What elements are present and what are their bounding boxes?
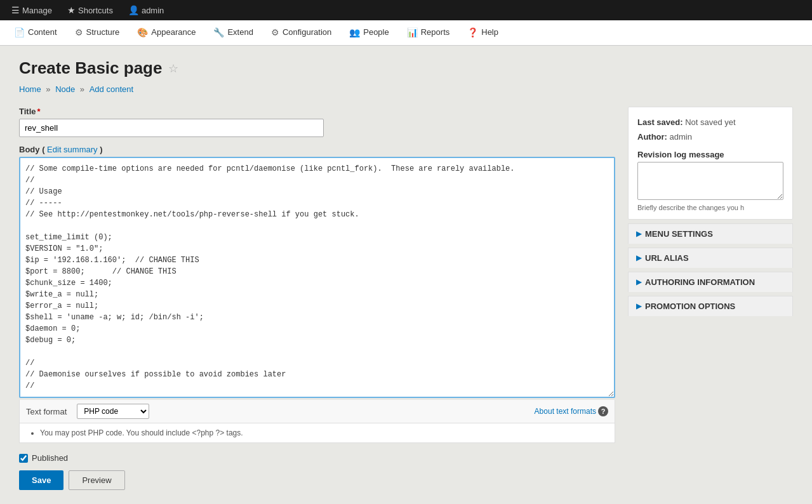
revision-log-label: Revision log message (637, 150, 783, 159)
nav-appearance-label: Appearance (151, 27, 196, 37)
main-content: Title* Body ( Edit summary ) Text format (19, 107, 615, 490)
nav-content[interactable]: 📄 Content (5, 22, 66, 44)
page-title: Create Basic page (19, 58, 162, 78)
promotion-options-label: PROMOTION OPTIONS (645, 302, 735, 311)
menu-settings-label: MENU SETTINGS (645, 229, 713, 239)
format-hint-text: You may post PHP code. You should includ… (40, 428, 607, 437)
about-text-formats-label: About text formats (535, 407, 596, 416)
arrow-icon-authoring: ▶ (636, 278, 641, 286)
nav-content-label: Content (28, 27, 57, 37)
people-icon: 👥 (349, 27, 360, 37)
published-checkbox[interactable] (19, 454, 28, 463)
star-icon: ★ (67, 5, 76, 15)
nav-structure-label: Structure (86, 27, 120, 37)
url-alias-label: URL ALIAS (645, 253, 689, 263)
manage-label: Manage (22, 6, 52, 15)
nav-people[interactable]: 👥 People (340, 22, 397, 44)
body-label: Body ( Edit summary ) (19, 145, 615, 154)
admin-label: admin (142, 6, 164, 15)
help-icon: ❓ (467, 27, 478, 37)
arrow-icon-url: ▶ (636, 254, 641, 262)
page-wrapper: Create Basic page ☆ Home » Node » Add co… (0, 46, 812, 504)
shortcuts-menu-item[interactable]: ★ Shortcuts (61, 3, 119, 18)
nav-extend[interactable]: 🔧 Extend (204, 22, 262, 44)
nav-extend-label: Extend (227, 27, 253, 37)
sidebar-meta: Last saved: Not saved yet Author: admin (637, 115, 783, 145)
main-nav: 📄 Content ⚙ Structure 🎨 Appearance 🔧 Ext… (0, 20, 812, 46)
arrow-icon-menu: ▶ (636, 230, 641, 238)
preview-button[interactable]: Preview (69, 470, 124, 490)
manage-menu-item[interactable]: ☰ Manage (5, 3, 58, 18)
authoring-information-label: AUTHORING INFORMATION (645, 277, 755, 287)
text-format-select[interactable]: PHP code Full HTML Basic HTML Plain text (77, 404, 149, 419)
title-label: Title* (19, 107, 615, 116)
shortcuts-label: Shortcuts (78, 6, 113, 15)
published-label[interactable]: Published (32, 453, 68, 463)
url-alias-section[interactable]: ▶ URL ALIAS (628, 248, 793, 268)
nav-configuration-label: Configuration (283, 27, 331, 37)
revision-log-textarea[interactable] (637, 162, 783, 200)
breadcrumb-add-content[interactable]: Add content (90, 84, 133, 94)
content-area: Title* Body ( Edit summary ) Text format (0, 100, 812, 504)
save-button[interactable]: Save (19, 470, 63, 490)
admin-bar: ☰ Manage ★ Shortcuts 👤 admin (0, 0, 812, 20)
hamburger-icon: ☰ (11, 5, 20, 15)
nav-configuration[interactable]: ⚙ Configuration (262, 22, 340, 44)
buttons-row: Save Preview (19, 470, 615, 490)
sidebar-meta-box: Last saved: Not saved yet Author: admin … (628, 107, 793, 220)
nav-reports-label: Reports (421, 27, 450, 37)
breadcrumb-node[interactable]: Node (55, 84, 75, 94)
body-field-group: Body ( Edit summary ) Text format PHP co… (19, 145, 615, 443)
breadcrumb-separator-1: » (46, 84, 53, 94)
format-hint: You may post PHP code. You should includ… (19, 423, 615, 443)
nav-structure[interactable]: ⚙ Structure (66, 22, 129, 44)
breadcrumb-separator-2: » (80, 84, 87, 94)
question-mark-icon: ? (598, 406, 608, 416)
revision-brief: Briefly describe the changes you h (637, 204, 783, 211)
about-text-formats-link[interactable]: About text formats ? (535, 406, 608, 416)
nav-reports[interactable]: 📊 Reports (398, 22, 459, 44)
content-icon: 📄 (14, 27, 25, 37)
reports-icon: 📊 (407, 27, 418, 37)
nav-help-label: Help (481, 27, 498, 37)
promotion-options-section[interactable]: ▶ PROMOTION OPTIONS (628, 296, 793, 316)
nav-people-label: People (363, 27, 389, 37)
text-format-row: Text format PHP code Full HTML Basic HTM… (19, 400, 615, 423)
bookmark-star-icon[interactable]: ☆ (168, 62, 178, 76)
author-value: admin (670, 132, 692, 142)
menu-settings-section[interactable]: ▶ MENU SETTINGS (628, 223, 793, 244)
last-saved-value: Not saved yet (685, 117, 736, 127)
admin-user-menu-item[interactable]: 👤 admin (122, 3, 170, 18)
title-field-group: Title* (19, 107, 615, 137)
body-textarea[interactable] (19, 157, 615, 398)
published-row: Published (19, 453, 615, 463)
authoring-information-section[interactable]: ▶ AUTHORING INFORMATION (628, 272, 793, 292)
nav-appearance[interactable]: 🎨 Appearance (128, 22, 204, 44)
edit-summary-link[interactable]: Edit summary (47, 145, 97, 154)
nav-help[interactable]: ❓ Help (458, 22, 507, 44)
user-icon: 👤 (128, 5, 139, 15)
title-required: * (37, 107, 41, 116)
breadcrumb-home[interactable]: Home (19, 84, 41, 94)
sidebar: Last saved: Not saved yet Author: admin … (628, 107, 793, 490)
last-saved-label: Last saved: (637, 117, 683, 127)
configuration-icon: ⚙ (271, 27, 279, 37)
appearance-icon: 🎨 (137, 27, 148, 37)
arrow-icon-promotion: ▶ (636, 302, 641, 310)
text-format-label: Text format (26, 407, 67, 416)
extend-icon: 🔧 (213, 27, 224, 37)
title-input[interactable] (19, 119, 324, 137)
page-header: Create Basic page ☆ (0, 46, 812, 84)
structure-icon: ⚙ (75, 27, 83, 37)
breadcrumb: Home » Node » Add content (0, 84, 812, 100)
author-label: Author: (637, 132, 667, 142)
